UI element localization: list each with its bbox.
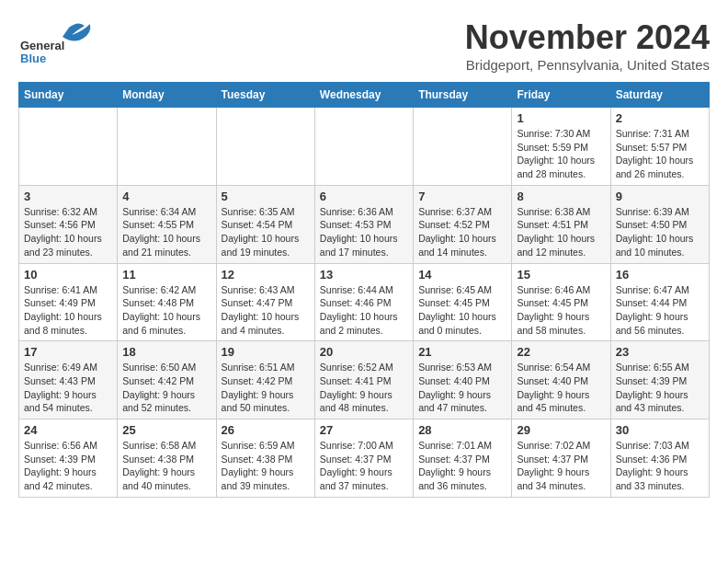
day-number: 19 <box>222 345 310 359</box>
col-header-thursday: Thursday <box>414 83 512 108</box>
calendar-cell: 23Sunrise: 6:55 AM Sunset: 4:39 PM Dayli… <box>610 341 709 419</box>
day-info: Sunrise: 6:51 AM Sunset: 4:42 PM Dayligh… <box>222 361 310 415</box>
calendar-week-2: 3Sunrise: 6:32 AM Sunset: 4:56 PM Daylig… <box>19 185 710 263</box>
calendar-cell: 21Sunrise: 6:53 AM Sunset: 4:40 PM Dayli… <box>414 341 512 419</box>
day-number: 28 <box>418 423 506 437</box>
calendar-week-4: 17Sunrise: 6:49 AM Sunset: 4:43 PM Dayli… <box>19 341 710 419</box>
calendar-cell: 19Sunrise: 6:51 AM Sunset: 4:42 PM Dayli… <box>216 341 314 419</box>
day-info: Sunrise: 6:49 AM Sunset: 4:43 PM Dayligh… <box>24 361 112 415</box>
day-info: Sunrise: 6:36 AM Sunset: 4:53 PM Dayligh… <box>320 205 408 259</box>
day-number: 15 <box>517 268 605 282</box>
calendar-cell: 17Sunrise: 6:49 AM Sunset: 4:43 PM Dayli… <box>19 341 118 419</box>
calendar-week-1: 1Sunrise: 7:30 AM Sunset: 5:59 PM Daylig… <box>19 108 710 186</box>
calendar-cell: 9Sunrise: 6:39 AM Sunset: 4:50 PM Daylig… <box>610 185 709 263</box>
calendar-cell: 15Sunrise: 6:46 AM Sunset: 4:45 PM Dayli… <box>512 263 610 341</box>
day-info: Sunrise: 6:53 AM Sunset: 4:40 PM Dayligh… <box>418 361 506 415</box>
day-info: Sunrise: 7:31 AM Sunset: 5:57 PM Dayligh… <box>616 127 704 181</box>
day-number: 25 <box>122 423 210 437</box>
calendar-cell: 25Sunrise: 6:58 AM Sunset: 4:38 PM Dayli… <box>118 419 216 498</box>
day-info: Sunrise: 6:41 AM Sunset: 4:49 PM Dayligh… <box>24 283 112 338</box>
calendar-cell: 24Sunrise: 6:56 AM Sunset: 4:39 PM Dayli… <box>19 419 118 498</box>
logo-icon: General Blue <box>18 18 101 64</box>
calendar-cell: 13Sunrise: 6:44 AM Sunset: 4:46 PM Dayli… <box>314 263 413 341</box>
page-title: November 2024 <box>465 18 710 57</box>
calendar-cell <box>19 108 118 186</box>
day-info: Sunrise: 6:39 AM Sunset: 4:50 PM Dayligh… <box>616 205 704 259</box>
day-info: Sunrise: 6:35 AM Sunset: 4:54 PM Dayligh… <box>222 205 310 259</box>
day-number: 14 <box>418 268 506 282</box>
day-number: 4 <box>122 190 210 203</box>
calendar-cell: 16Sunrise: 6:47 AM Sunset: 4:44 PM Dayli… <box>610 263 709 341</box>
day-number: 30 <box>616 423 704 437</box>
calendar-cell: 22Sunrise: 6:54 AM Sunset: 4:40 PM Dayli… <box>512 341 610 419</box>
col-header-wednesday: Wednesday <box>314 83 413 108</box>
calendar-cell: 3Sunrise: 6:32 AM Sunset: 4:56 PM Daylig… <box>19 185 118 263</box>
day-number: 22 <box>517 345 605 359</box>
calendar-cell: 8Sunrise: 6:38 AM Sunset: 4:51 PM Daylig… <box>512 185 610 263</box>
calendar-cell <box>414 108 512 186</box>
day-info: Sunrise: 6:55 AM Sunset: 4:39 PM Dayligh… <box>616 361 704 415</box>
day-number: 16 <box>616 268 704 282</box>
day-number: 7 <box>418 190 506 203</box>
day-info: Sunrise: 6:32 AM Sunset: 4:56 PM Dayligh… <box>24 205 112 259</box>
day-info: Sunrise: 6:47 AM Sunset: 4:44 PM Dayligh… <box>616 283 704 338</box>
day-number: 8 <box>517 190 605 203</box>
day-info: Sunrise: 7:30 AM Sunset: 5:59 PM Dayligh… <box>517 127 605 181</box>
day-number: 18 <box>122 345 210 359</box>
calendar-cell: 1Sunrise: 7:30 AM Sunset: 5:59 PM Daylig… <box>512 108 610 186</box>
calendar-week-5: 24Sunrise: 6:56 AM Sunset: 4:39 PM Dayli… <box>19 419 710 498</box>
calendar-cell: 2Sunrise: 7:31 AM Sunset: 5:57 PM Daylig… <box>610 108 709 186</box>
day-number: 27 <box>320 423 408 437</box>
day-number: 6 <box>320 190 408 203</box>
day-info: Sunrise: 6:38 AM Sunset: 4:51 PM Dayligh… <box>517 205 605 259</box>
day-info: Sunrise: 6:50 AM Sunset: 4:42 PM Dayligh… <box>122 361 210 415</box>
day-info: Sunrise: 6:45 AM Sunset: 4:45 PM Dayligh… <box>418 283 506 338</box>
calendar-cell: 27Sunrise: 7:00 AM Sunset: 4:37 PM Dayli… <box>314 419 413 498</box>
day-info: Sunrise: 6:43 AM Sunset: 4:47 PM Dayligh… <box>222 283 310 338</box>
day-number: 9 <box>616 190 704 203</box>
day-info: Sunrise: 6:54 AM Sunset: 4:40 PM Dayligh… <box>517 361 605 415</box>
calendar-cell: 6Sunrise: 6:36 AM Sunset: 4:53 PM Daylig… <box>314 185 413 263</box>
day-info: Sunrise: 6:52 AM Sunset: 4:41 PM Dayligh… <box>320 361 408 415</box>
day-number: 21 <box>418 345 506 359</box>
day-number: 10 <box>24 268 112 282</box>
day-info: Sunrise: 6:59 AM Sunset: 4:38 PM Dayligh… <box>222 439 310 493</box>
calendar-cell: 10Sunrise: 6:41 AM Sunset: 4:49 PM Dayli… <box>19 263 118 341</box>
day-info: Sunrise: 7:03 AM Sunset: 4:36 PM Dayligh… <box>616 439 704 493</box>
day-number: 3 <box>24 190 112 203</box>
day-number: 24 <box>24 423 112 437</box>
calendar-cell: 7Sunrise: 6:37 AM Sunset: 4:52 PM Daylig… <box>414 185 512 263</box>
day-number: 2 <box>616 111 704 125</box>
calendar-cell: 29Sunrise: 7:02 AM Sunset: 4:37 PM Dayli… <box>512 419 610 498</box>
calendar-cell: 11Sunrise: 6:42 AM Sunset: 4:48 PM Dayli… <box>118 263 216 341</box>
calendar-cell: 20Sunrise: 6:52 AM Sunset: 4:41 PM Dayli… <box>314 341 413 419</box>
calendar-cell: 4Sunrise: 6:34 AM Sunset: 4:55 PM Daylig… <box>118 185 216 263</box>
day-number: 12 <box>222 268 310 282</box>
day-info: Sunrise: 7:00 AM Sunset: 4:37 PM Dayligh… <box>320 439 408 493</box>
day-number: 11 <box>122 268 210 282</box>
day-info: Sunrise: 6:46 AM Sunset: 4:45 PM Dayligh… <box>517 283 605 338</box>
day-number: 23 <box>616 345 704 359</box>
calendar-week-3: 10Sunrise: 6:41 AM Sunset: 4:49 PM Dayli… <box>19 263 710 341</box>
calendar-cell <box>118 108 216 186</box>
day-number: 1 <box>517 111 605 125</box>
svg-text:General: General <box>20 39 64 52</box>
title-section: November 2024 Bridgeport, Pennsylvania, … <box>465 18 710 73</box>
col-header-tuesday: Tuesday <box>216 83 314 108</box>
day-info: Sunrise: 7:02 AM Sunset: 4:37 PM Dayligh… <box>517 439 605 493</box>
svg-text:Blue: Blue <box>20 52 46 64</box>
day-number: 5 <box>222 190 310 203</box>
col-header-monday: Monday <box>118 83 216 108</box>
day-number: 20 <box>320 345 408 359</box>
day-number: 17 <box>24 345 112 359</box>
calendar-cell: 14Sunrise: 6:45 AM Sunset: 4:45 PM Dayli… <box>414 263 512 341</box>
calendar-table: SundayMondayTuesdayWednesdayThursdayFrid… <box>18 82 710 498</box>
day-info: Sunrise: 6:56 AM Sunset: 4:39 PM Dayligh… <box>24 439 112 493</box>
calendar-cell: 18Sunrise: 6:50 AM Sunset: 4:42 PM Dayli… <box>118 341 216 419</box>
day-info: Sunrise: 7:01 AM Sunset: 4:37 PM Dayligh… <box>418 439 506 493</box>
calendar-cell: 12Sunrise: 6:43 AM Sunset: 4:47 PM Dayli… <box>216 263 314 341</box>
calendar-cell <box>314 108 413 186</box>
day-info: Sunrise: 6:58 AM Sunset: 4:38 PM Dayligh… <box>122 439 210 493</box>
calendar-cell: 30Sunrise: 7:03 AM Sunset: 4:36 PM Dayli… <box>610 419 709 498</box>
logo: General Blue <box>18 18 101 64</box>
